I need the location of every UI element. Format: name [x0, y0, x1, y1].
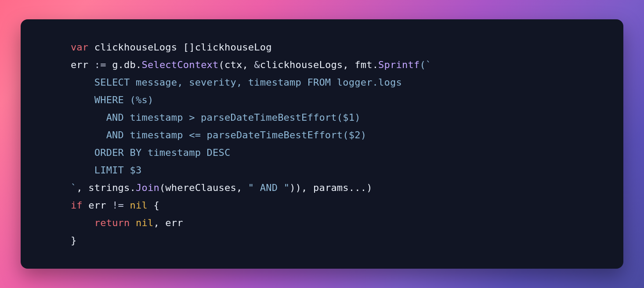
code-line-9: `, strings.Join(whereClauses, " AND ")),…	[47, 182, 373, 193]
code-line-4: WHERE (%s)	[47, 94, 153, 105]
code-line-7: ORDER BY timestamp DESC	[47, 147, 230, 158]
code-block: var clickhouseLogs []clickhouseLog err :…	[47, 39, 597, 249]
code-line-2: err := g.db.SelectContext(ctx, &clickhou…	[47, 59, 431, 70]
code-card: var clickhouseLogs []clickhouseLog err :…	[21, 19, 623, 269]
code-line-6: AND timestamp <= parseDateTimeBestEffort…	[47, 130, 366, 140]
code-line-8: LIMIT $3	[47, 165, 141, 176]
func-selectcontext: SelectContext	[141, 59, 218, 70]
func-sprintf: Sprintf	[378, 59, 420, 70]
code-line-1: var clickhouseLogs []clickhouseLog	[47, 42, 272, 53]
func-join: Join	[136, 182, 159, 193]
keyword-return: return	[94, 217, 130, 228]
keyword-if: if	[71, 200, 83, 211]
code-line-5: AND timestamp > parseDateTimeBestEffort(…	[47, 112, 361, 123]
code-line-12: }	[47, 235, 76, 246]
code-line-3: SELECT message, severity, timestamp FROM…	[47, 77, 402, 88]
code-line-11: return nil, err	[47, 217, 183, 228]
code-line-10: if err != nil {	[47, 200, 159, 211]
keyword-var: var	[71, 42, 88, 53]
